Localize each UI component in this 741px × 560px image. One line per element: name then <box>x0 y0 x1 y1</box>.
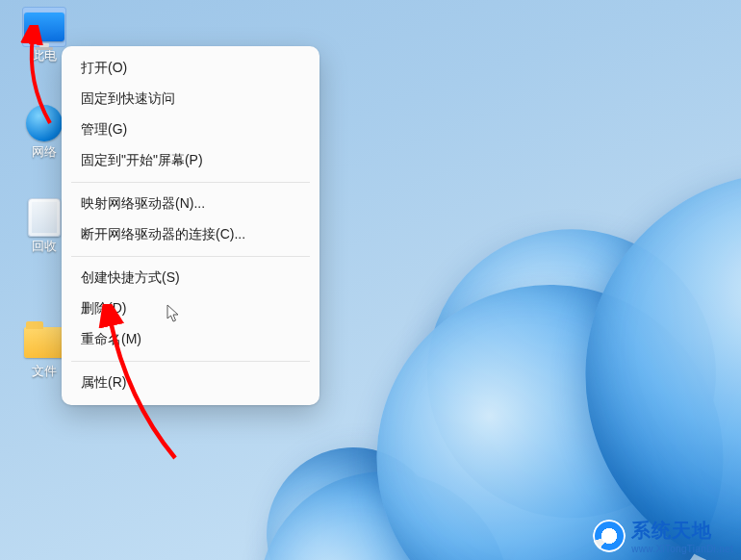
brand-title: 系统天地 <box>631 518 733 544</box>
globe-icon <box>26 105 63 141</box>
desktop: 此电 网络 回收 文件 打开(O) 固定到快速访问 管理(G) 固定到"开始"屏… <box>0 0 741 560</box>
ctx-map-network-drive[interactable]: 映射网络驱动器(N)... <box>62 189 319 219</box>
context-menu: 打开(O) 固定到快速访问 管理(G) 固定到"开始"屏幕(P) 映射网络驱动器… <box>62 46 319 405</box>
brand-logo-icon <box>593 520 626 552</box>
ctx-manage[interactable]: 管理(G) <box>62 115 319 145</box>
wallpaper-bloom <box>279 98 741 560</box>
ctx-separator <box>71 182 310 183</box>
recycle-bin-icon <box>28 198 61 237</box>
ctx-properties[interactable]: 属性(R) <box>62 368 319 398</box>
ctx-separator <box>71 256 310 257</box>
ctx-disconnect-network[interactable]: 断开网络驱动器的连接(C)... <box>62 219 319 250</box>
ctx-open[interactable]: 打开(O) <box>62 53 319 84</box>
ctx-create-shortcut[interactable]: 创建快捷方式(S) <box>62 263 319 293</box>
brand-url: www.XiTongTianDi.net <box>631 544 733 554</box>
ctx-pin-quickaccess[interactable]: 固定到快速访问 <box>62 84 319 115</box>
watermark: 系统天地 www.XiTongTianDi.net <box>593 518 733 554</box>
ctx-delete[interactable]: 删除(D) <box>62 293 319 324</box>
folder-icon <box>24 327 64 358</box>
ctx-rename[interactable]: 重命名(M) <box>62 324 319 355</box>
ctx-pin-start[interactable]: 固定到"开始"屏幕(P) <box>62 145 319 176</box>
monitor-icon <box>24 13 64 41</box>
ctx-separator <box>71 361 310 362</box>
